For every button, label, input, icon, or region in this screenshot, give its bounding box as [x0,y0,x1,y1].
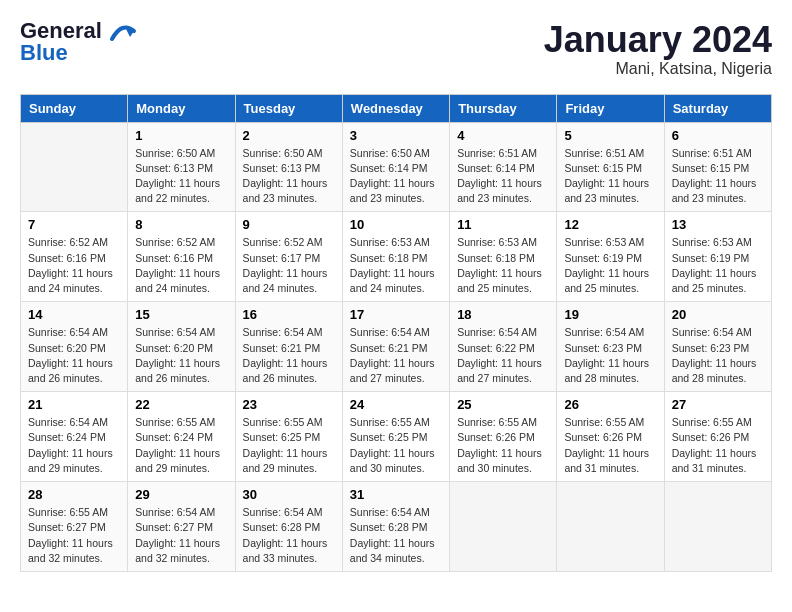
calendar-cell: 23Sunrise: 6:55 AM Sunset: 6:25 PM Dayli… [235,392,342,482]
day-info: Sunrise: 6:55 AM Sunset: 6:25 PM Dayligh… [350,415,442,476]
day-number: 11 [457,217,549,232]
day-number: 2 [243,128,335,143]
day-number: 10 [350,217,442,232]
day-number: 13 [672,217,764,232]
page-header: GeneralBlue January 2024 Mani, Katsina, … [20,20,772,78]
calendar-cell: 26Sunrise: 6:55 AM Sunset: 6:26 PM Dayli… [557,392,664,482]
day-number: 19 [564,307,656,322]
day-info: Sunrise: 6:55 AM Sunset: 6:26 PM Dayligh… [564,415,656,476]
day-info: Sunrise: 6:51 AM Sunset: 6:15 PM Dayligh… [672,146,764,207]
day-number: 7 [28,217,120,232]
col-header-tuesday: Tuesday [235,94,342,122]
day-info: Sunrise: 6:52 AM Sunset: 6:16 PM Dayligh… [28,235,120,296]
calendar-cell: 27Sunrise: 6:55 AM Sunset: 6:26 PM Dayli… [664,392,771,482]
calendar-cell [450,482,557,572]
day-number: 1 [135,128,227,143]
day-number: 24 [350,397,442,412]
day-number: 27 [672,397,764,412]
day-info: Sunrise: 6:53 AM Sunset: 6:19 PM Dayligh… [564,235,656,296]
day-number: 9 [243,217,335,232]
day-info: Sunrise: 6:53 AM Sunset: 6:18 PM Dayligh… [350,235,442,296]
calendar-cell: 6Sunrise: 6:51 AM Sunset: 6:15 PM Daylig… [664,122,771,212]
day-number: 31 [350,487,442,502]
day-number: 28 [28,487,120,502]
calendar-cell: 31Sunrise: 6:54 AM Sunset: 6:28 PM Dayli… [342,482,449,572]
day-number: 22 [135,397,227,412]
calendar-cell: 28Sunrise: 6:55 AM Sunset: 6:27 PM Dayli… [21,482,128,572]
day-info: Sunrise: 6:51 AM Sunset: 6:14 PM Dayligh… [457,146,549,207]
day-info: Sunrise: 6:52 AM Sunset: 6:16 PM Dayligh… [135,235,227,296]
day-info: Sunrise: 6:55 AM Sunset: 6:24 PM Dayligh… [135,415,227,476]
day-number: 25 [457,397,549,412]
calendar-cell: 2Sunrise: 6:50 AM Sunset: 6:13 PM Daylig… [235,122,342,212]
calendar-cell: 3Sunrise: 6:50 AM Sunset: 6:14 PM Daylig… [342,122,449,212]
week-row-1: 1Sunrise: 6:50 AM Sunset: 6:13 PM Daylig… [21,122,772,212]
calendar-subtitle: Mani, Katsina, Nigeria [544,60,772,78]
calendar-cell [21,122,128,212]
day-number: 26 [564,397,656,412]
day-number: 12 [564,217,656,232]
day-number: 6 [672,128,764,143]
calendar-cell: 5Sunrise: 6:51 AM Sunset: 6:15 PM Daylig… [557,122,664,212]
logo: GeneralBlue [20,20,140,64]
calendar-cell: 30Sunrise: 6:54 AM Sunset: 6:28 PM Dayli… [235,482,342,572]
day-number: 3 [350,128,442,143]
day-info: Sunrise: 6:55 AM Sunset: 6:25 PM Dayligh… [243,415,335,476]
col-header-wednesday: Wednesday [342,94,449,122]
day-info: Sunrise: 6:54 AM Sunset: 6:23 PM Dayligh… [672,325,764,386]
day-info: Sunrise: 6:53 AM Sunset: 6:19 PM Dayligh… [672,235,764,296]
col-header-friday: Friday [557,94,664,122]
calendar-cell: 29Sunrise: 6:54 AM Sunset: 6:27 PM Dayli… [128,482,235,572]
day-info: Sunrise: 6:50 AM Sunset: 6:13 PM Dayligh… [243,146,335,207]
calendar-cell: 4Sunrise: 6:51 AM Sunset: 6:14 PM Daylig… [450,122,557,212]
day-number: 20 [672,307,764,322]
week-row-5: 28Sunrise: 6:55 AM Sunset: 6:27 PM Dayli… [21,482,772,572]
calendar-cell: 17Sunrise: 6:54 AM Sunset: 6:21 PM Dayli… [342,302,449,392]
logo-text: GeneralBlue [20,20,102,64]
calendar-cell: 10Sunrise: 6:53 AM Sunset: 6:18 PM Dayli… [342,212,449,302]
day-number: 18 [457,307,549,322]
day-number: 29 [135,487,227,502]
day-number: 21 [28,397,120,412]
day-number: 14 [28,307,120,322]
day-number: 4 [457,128,549,143]
week-row-3: 14Sunrise: 6:54 AM Sunset: 6:20 PM Dayli… [21,302,772,392]
day-number: 8 [135,217,227,232]
title-block: January 2024 Mani, Katsina, Nigeria [544,20,772,78]
day-info: Sunrise: 6:52 AM Sunset: 6:17 PM Dayligh… [243,235,335,296]
day-info: Sunrise: 6:54 AM Sunset: 6:21 PM Dayligh… [350,325,442,386]
calendar-cell [557,482,664,572]
day-number: 17 [350,307,442,322]
day-info: Sunrise: 6:55 AM Sunset: 6:27 PM Dayligh… [28,505,120,566]
logo-icon [104,15,140,51]
day-info: Sunrise: 6:54 AM Sunset: 6:21 PM Dayligh… [243,325,335,386]
day-info: Sunrise: 6:51 AM Sunset: 6:15 PM Dayligh… [564,146,656,207]
calendar-cell: 7Sunrise: 6:52 AM Sunset: 6:16 PM Daylig… [21,212,128,302]
calendar-cell: 19Sunrise: 6:54 AM Sunset: 6:23 PM Dayli… [557,302,664,392]
day-number: 5 [564,128,656,143]
day-info: Sunrise: 6:54 AM Sunset: 6:27 PM Dayligh… [135,505,227,566]
header-row: SundayMondayTuesdayWednesdayThursdayFrid… [21,94,772,122]
day-number: 16 [243,307,335,322]
day-info: Sunrise: 6:54 AM Sunset: 6:20 PM Dayligh… [28,325,120,386]
calendar-cell [664,482,771,572]
day-number: 23 [243,397,335,412]
day-info: Sunrise: 6:55 AM Sunset: 6:26 PM Dayligh… [457,415,549,476]
day-info: Sunrise: 6:54 AM Sunset: 6:28 PM Dayligh… [350,505,442,566]
calendar-cell: 25Sunrise: 6:55 AM Sunset: 6:26 PM Dayli… [450,392,557,482]
calendar-cell: 16Sunrise: 6:54 AM Sunset: 6:21 PM Dayli… [235,302,342,392]
calendar-cell: 15Sunrise: 6:54 AM Sunset: 6:20 PM Dayli… [128,302,235,392]
calendar-cell: 13Sunrise: 6:53 AM Sunset: 6:19 PM Dayli… [664,212,771,302]
week-row-2: 7Sunrise: 6:52 AM Sunset: 6:16 PM Daylig… [21,212,772,302]
calendar-table: SundayMondayTuesdayWednesdayThursdayFrid… [20,94,772,572]
week-row-4: 21Sunrise: 6:54 AM Sunset: 6:24 PM Dayli… [21,392,772,482]
day-info: Sunrise: 6:50 AM Sunset: 6:14 PM Dayligh… [350,146,442,207]
calendar-title: January 2024 [544,20,772,60]
calendar-cell: 24Sunrise: 6:55 AM Sunset: 6:25 PM Dayli… [342,392,449,482]
calendar-cell: 21Sunrise: 6:54 AM Sunset: 6:24 PM Dayli… [21,392,128,482]
day-info: Sunrise: 6:54 AM Sunset: 6:20 PM Dayligh… [135,325,227,386]
day-number: 30 [243,487,335,502]
calendar-cell: 11Sunrise: 6:53 AM Sunset: 6:18 PM Dayli… [450,212,557,302]
day-info: Sunrise: 6:50 AM Sunset: 6:13 PM Dayligh… [135,146,227,207]
calendar-cell: 18Sunrise: 6:54 AM Sunset: 6:22 PM Dayli… [450,302,557,392]
